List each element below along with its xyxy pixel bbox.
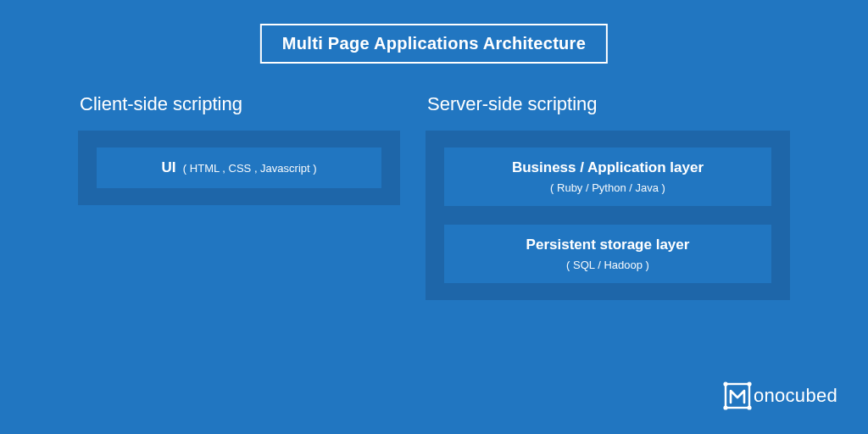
svg-point-4 bbox=[747, 405, 751, 409]
brand-text: onocubed bbox=[754, 385, 837, 407]
storage-layer-sub: ( SQL / Hadoop ) bbox=[453, 259, 763, 271]
storage-layer-title: Persistent storage layer bbox=[526, 236, 690, 253]
diagram-title: Multi Page Applications Architecture bbox=[260, 24, 608, 64]
server-column: Server-side scripting Business / Applica… bbox=[426, 93, 790, 300]
client-heading: Client-side scripting bbox=[80, 93, 400, 115]
business-layer-sub: ( Ruby / Python / Java ) bbox=[453, 181, 763, 194]
client-panel: UI ( HTML , CSS , Javascript ) bbox=[78, 131, 400, 205]
ui-layer-sub: ( HTML , CSS , Javascript ) bbox=[183, 162, 317, 175]
svg-point-2 bbox=[747, 381, 751, 386]
storage-layer: Persistent storage layer ( SQL / Hadoop … bbox=[444, 225, 771, 283]
ui-layer: UI ( HTML , CSS , Javascript ) bbox=[97, 147, 381, 188]
business-layer: Business / Application layer ( Ruby / Py… bbox=[444, 147, 771, 206]
columns-container: Client-side scripting UI ( HTML , CSS , … bbox=[0, 93, 868, 300]
svg-point-1 bbox=[723, 381, 727, 386]
ui-layer-title: UI bbox=[161, 159, 175, 175]
business-layer-title: Business / Application layer bbox=[512, 159, 704, 175]
brand-logo: onocubed bbox=[723, 381, 837, 410]
server-heading: Server-side scripting bbox=[427, 93, 790, 115]
svg-rect-0 bbox=[726, 384, 749, 408]
server-panel: Business / Application layer ( Ruby / Py… bbox=[426, 131, 790, 300]
svg-point-3 bbox=[723, 405, 727, 409]
diagram-title-text: Multi Page Applications Architecture bbox=[282, 34, 586, 53]
client-column: Client-side scripting UI ( HTML , CSS , … bbox=[78, 93, 400, 300]
cube-m-icon bbox=[723, 381, 752, 410]
